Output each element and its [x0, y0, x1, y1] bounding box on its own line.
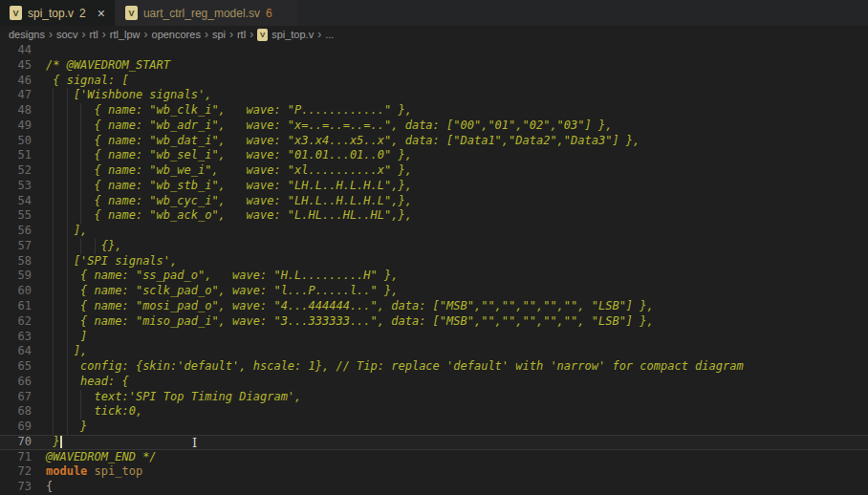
code-token: head: {: [46, 375, 129, 388]
code-token: @WAVEDROM_END */: [46, 450, 157, 463]
line-number[interactable]: 51: [0, 148, 32, 163]
breadcrumb-item[interactable]: socv: [56, 29, 78, 40]
code-token: { name: "wb_we_i", wave: "xl..........x"…: [46, 163, 412, 177]
line-number[interactable]: 62: [0, 314, 32, 330]
code-line[interactable]: 69 }: [0, 420, 868, 435]
indent-guide: [53, 344, 54, 359]
code-line[interactable]: 58 ['SPI signals',: [0, 254, 868, 269]
line-number[interactable]: 44: [0, 43, 32, 58]
tab-spi-top[interactable]: V spi_top.v 2 ×: [0, 0, 115, 26]
line-number[interactable]: 70: [0, 435, 32, 450]
line-number[interactable]: 54: [0, 194, 32, 209]
code-line[interactable]: 51 { name: "wb_sel_i", wave: "01.01...01…: [0, 148, 868, 163]
line-number[interactable]: 64: [0, 344, 32, 359]
line-number[interactable]: 63: [0, 330, 32, 345]
tab-uart-ctrl-reg-model[interactable]: V uart_ctrl_reg_model.sv 6: [116, 0, 297, 26]
code-token: ['Wishbone signals',: [46, 88, 211, 101]
line-number[interactable]: 46: [0, 74, 32, 89]
systemverilog-file-icon: V: [125, 6, 138, 20]
breadcrumb-item[interactable]: designs: [9, 29, 45, 40]
line-number[interactable]: 57: [0, 239, 32, 254]
code-line[interactable]: 70 }: [0, 435, 868, 450]
code-line[interactable]: 47 ['Wishbone signals',: [0, 88, 868, 103]
code-line[interactable]: 65 config: {skin:'default', hscale: 1}, …: [0, 359, 868, 375]
code-line[interactable]: 46 { signal: [: [0, 74, 868, 89]
line-number[interactable]: 49: [0, 118, 32, 134]
code-text: /* @WAVEDROM_START: [32, 58, 868, 74]
line-number[interactable]: 72: [0, 464, 32, 480]
line-number[interactable]: 66: [0, 375, 32, 390]
code-token: { name: "wb_cyc_i", wave: "LH.L..H.L.H.L…: [46, 194, 412, 207]
line-number[interactable]: 56: [0, 224, 32, 239]
breadcrumb-item[interactable]: ...: [325, 29, 334, 40]
line-number[interactable]: 47: [0, 88, 32, 103]
code-line[interactable]: 63 ]: [0, 330, 868, 345]
code-line[interactable]: 54 { name: "wb_cyc_i", wave: "LH.L..H.L.…: [0, 194, 868, 209]
verilog-file-icon: V: [10, 6, 22, 20]
code-text: { signal: [: [32, 74, 868, 89]
line-number[interactable]: 69: [0, 420, 32, 435]
line-number[interactable]: 50: [0, 134, 32, 149]
line-number[interactable]: 59: [0, 269, 32, 284]
breadcrumb-item[interactable]: rtl: [90, 29, 98, 40]
code-line[interactable]: 62 { name: "miso_pad_i", wave: "3...3333…: [0, 314, 868, 330]
line-number[interactable]: 53: [0, 179, 32, 194]
indent-guide: [80, 390, 81, 405]
line-number[interactable]: 67: [0, 390, 32, 405]
code-line[interactable]: 50 { name: "wb_dat_i", wave: "x3.x4...x5…: [0, 134, 868, 149]
line-number[interactable]: 55: [0, 208, 32, 224]
code-line[interactable]: 52 { name: "wb_we_i", wave: "xl.........…: [0, 163, 868, 179]
indent-guide: [67, 118, 68, 134]
line-number[interactable]: 61: [0, 299, 32, 314]
code-text: ['SPI signals',: [32, 254, 868, 269]
tab-bar-empty-space: [297, 0, 868, 26]
code-line[interactable]: 66 head: {: [0, 375, 868, 390]
breadcrumb-item[interactable]: rtl_lpw: [110, 29, 141, 40]
code-line[interactable]: 49 { name: "wb_adr_i", wave: "x=..=..=..…: [0, 118, 868, 134]
line-number[interactable]: 68: [0, 404, 32, 420]
code-line[interactable]: 59 { name: "ss_pad_o", wave: "H.L.......…: [0, 269, 868, 284]
breadcrumb-item[interactable]: rtl: [237, 29, 246, 40]
code-line[interactable]: 56 ],: [0, 224, 868, 239]
indent-guide: [53, 330, 54, 345]
line-number[interactable]: 58: [0, 254, 32, 269]
code-line[interactable]: 64 ],: [0, 344, 868, 359]
breadcrumb-item[interactable]: spi: [212, 29, 226, 40]
code-token: {},: [46, 239, 121, 252]
code-token: { name: "sclk_pad_o", wave: "l...P.....l…: [46, 284, 398, 297]
line-number[interactable]: 48: [0, 103, 32, 118]
breadcrumb-item[interactable]: spi_top.v: [271, 29, 314, 40]
code-line[interactable]: 53 { name: "wb_stb_i", wave: "LH.L..H.L.…: [0, 179, 868, 194]
code-line[interactable]: 71@WAVEDROM_END */: [0, 450, 868, 465]
indent-guide: [80, 404, 81, 420]
code-line[interactable]: 73{: [0, 480, 868, 495]
line-number[interactable]: 60: [0, 284, 32, 299]
tab-label: spi_top.v: [28, 7, 74, 20]
code-line[interactable]: 48 { name: "wb_clk_i", wave: "P.........…: [0, 103, 868, 118]
code-line[interactable]: 44: [0, 43, 868, 58]
line-number[interactable]: 52: [0, 163, 32, 179]
indent-guide: [53, 375, 54, 390]
code-line[interactable]: 61 { name: "mosi_pad_o", wave: "4...4444…: [0, 299, 868, 314]
line-number[interactable]: 71: [0, 450, 32, 465]
code-line[interactable]: 60 { name: "sclk_pad_o", wave: "l...P...…: [0, 284, 868, 299]
indent-guide: [67, 330, 68, 345]
code-line[interactable]: 67 text:'SPI Top Timing Diagram',: [0, 390, 868, 405]
code-token: { name: "wb_dat_i", wave: "x3.x4...x5..x…: [46, 134, 640, 147]
code-line[interactable]: 68 tick:0,: [0, 404, 868, 420]
line-number[interactable]: 65: [0, 359, 32, 375]
code-line[interactable]: 55 { name: "wb_ack_o", wave: "L.HL...HL.…: [0, 208, 868, 224]
indent-guide: [53, 88, 54, 103]
line-number[interactable]: 73: [0, 480, 32, 495]
code-line[interactable]: 45/* @WAVEDROM_START: [0, 58, 868, 74]
code-line[interactable]: 72module spi_top: [0, 464, 868, 480]
line-number[interactable]: 45: [0, 58, 32, 74]
close-icon[interactable]: ×: [98, 7, 105, 20]
breadcrumb-item[interactable]: opencores: [152, 29, 201, 40]
code-line[interactable]: 57 {},: [0, 239, 868, 254]
indent-guide: [67, 344, 68, 359]
code-text: { name: "miso_pad_i", wave: "3...333333.…: [32, 314, 868, 330]
indent-guide: [53, 269, 54, 284]
breadcrumb-separator-icon: ›: [49, 28, 53, 41]
indent-guide: [67, 88, 68, 103]
